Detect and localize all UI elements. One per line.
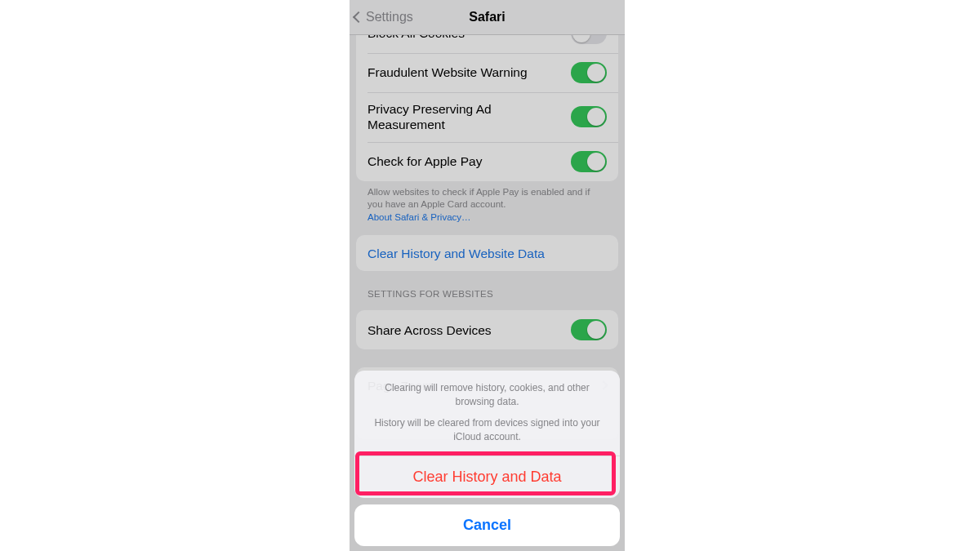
toggle-privacy-ad[interactable] [571, 106, 607, 127]
row-label: Block All Cookies [368, 35, 571, 42]
clear-history-button[interactable]: Clear History and Website Data [356, 235, 618, 271]
action-sheet-panel: Clearing will remove history, cookies, a… [354, 371, 620, 498]
row-label: Privacy Preserving Ad Measurement [368, 101, 571, 133]
nav-bar: Settings Safari [350, 0, 625, 35]
action-sheet: Clearing will remove history, cookies, a… [354, 371, 620, 546]
row-share-across[interactable]: Share Across Devices [356, 310, 618, 349]
row-privacy-ad[interactable]: Privacy Preserving Ad Measurement [356, 92, 618, 142]
footer-text: Allow websites to check if Apple Pay is … [368, 187, 590, 210]
clear-history-group: Clear History and Website Data [356, 235, 618, 271]
clear-history-and-data-button[interactable]: Clear History and Data [354, 455, 620, 498]
sheet-message-1: Clearing will remove history, cookies, a… [354, 371, 620, 412]
websites-header: Settings for Websites [368, 289, 607, 299]
page-title: Safari [469, 10, 505, 24]
websites-group-1: Share Across Devices [356, 310, 618, 349]
privacy-footer: Allow websites to check if Apple Pay is … [368, 186, 607, 224]
toggle-apple-pay[interactable] [571, 151, 607, 172]
phone-screen: Settings Safari Block All Cookies Fraudu… [350, 0, 625, 551]
row-fraud-warning[interactable]: Fraudulent Website Warning [356, 53, 618, 92]
toggle-block-cookies[interactable] [571, 35, 607, 44]
privacy-link[interactable]: About Safari & Privacy… [368, 212, 471, 222]
chevron-left-icon [353, 11, 364, 23]
cancel-button[interactable]: Cancel [354, 504, 620, 546]
privacy-group: Block All Cookies Fraudulent Website War… [356, 35, 618, 181]
clear-history-label: Clear History and Website Data [368, 246, 607, 261]
row-apple-pay[interactable]: Check for Apple Pay [356, 142, 618, 181]
sheet-message-2: History will be cleared from devices sig… [354, 411, 620, 455]
toggle-fraud-warning[interactable] [571, 62, 607, 83]
row-label: Check for Apple Pay [368, 153, 571, 169]
row-block-cookies[interactable]: Block All Cookies [356, 35, 618, 53]
row-label: Share Across Devices [368, 322, 571, 338]
row-label: Fraudulent Website Warning [368, 64, 571, 80]
back-button[interactable]: Settings [354, 0, 413, 34]
toggle-share-across[interactable] [571, 319, 607, 340]
back-label: Settings [366, 10, 413, 24]
